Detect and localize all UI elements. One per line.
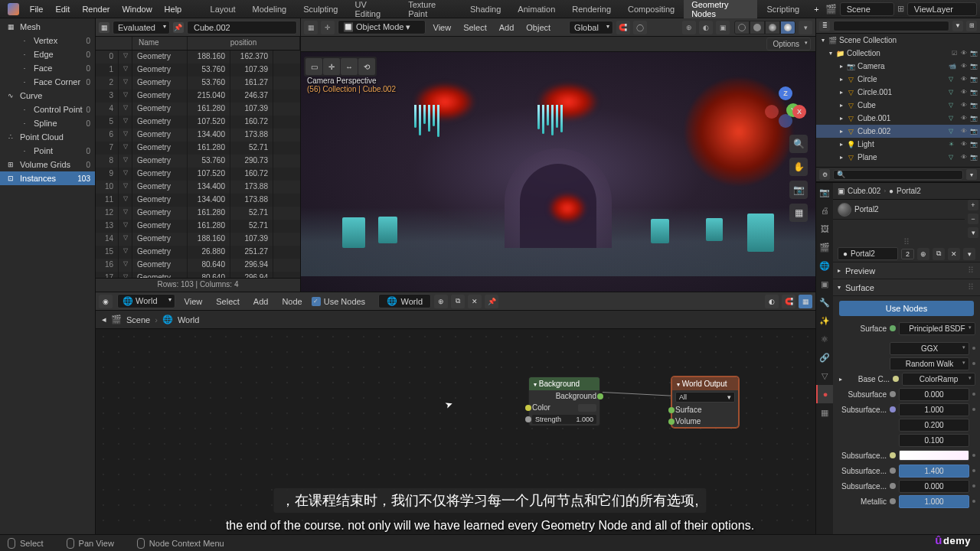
proportional-icon[interactable]: ◯ (633, 21, 647, 34)
tab-layout[interactable]: Layout (203, 2, 243, 16)
bc-obj[interactable]: Cube.002 (848, 187, 880, 195)
editor-type-icon[interactable]: ▦ (304, 21, 318, 34)
mat-slot-add[interactable]: + (968, 200, 978, 210)
outliner-collection[interactable]: ▾📁Collection☑👁📷 (816, 47, 980, 60)
tab-animation[interactable]: Animation (510, 2, 563, 16)
perspective-icon[interactable]: ▦ (789, 204, 808, 222)
material-preview-sphere[interactable] (838, 203, 851, 217)
tab-shading[interactable]: Shading (462, 2, 508, 16)
ne-view[interactable]: View (180, 297, 207, 306)
viewlayer-name[interactable]: ViewLayer (907, 2, 977, 16)
table-row[interactable]: 13▽Geometry161.28052.71 (96, 220, 300, 233)
shade-solid[interactable] (750, 21, 765, 34)
material-datablock[interactable]: ● Portal2 (838, 247, 898, 260)
outliner-item[interactable]: ▸▽Cube.001▽👁📷 (816, 112, 980, 125)
panel-preview[interactable]: ▸Preview⠿ (833, 262, 980, 279)
shade-rendered[interactable] (780, 21, 795, 34)
table-row[interactable]: 16▽Geometry80.640296.94 (96, 259, 300, 272)
bc-scene[interactable]: Scene (126, 315, 150, 324)
menu-file[interactable]: File (24, 5, 50, 14)
table-row[interactable]: 10▽Geometry134.400173.88 (96, 181, 300, 194)
subsurface-value[interactable]: 0.000 (899, 388, 969, 401)
vp-options[interactable]: Options (766, 37, 811, 51)
props-editor-icon[interactable]: ⚙ (819, 169, 830, 180)
tree-item[interactable]: ·Edge0 (0, 47, 95, 61)
vp-add[interactable]: Add (495, 23, 519, 32)
scene-name[interactable]: Scene (840, 2, 894, 16)
tab-geometrynodes[interactable]: Geometry Nodes (684, 0, 757, 21)
transform-orientation[interactable]: Global (569, 21, 613, 34)
tab-material-props[interactable]: ● (816, 385, 833, 403)
ne-overlay-icon[interactable]: ◐ (765, 295, 779, 308)
xray-icon[interactable]: ▣ (716, 21, 730, 34)
outliner-root[interactable]: ▾🎬Scene Collection (816, 34, 980, 47)
tab-constraint-props[interactable]: 🔗 (816, 348, 833, 367)
table-row[interactable]: 0▽Geometry188.160162.370 (96, 51, 300, 64)
cursor-tool-icon[interactable]: ✛ (321, 21, 335, 34)
new-collection-icon[interactable]: ⊞ (966, 21, 977, 31)
sss-ior[interactable]: 1.400 (899, 465, 969, 478)
spreadsheet-editor-icon[interactable]: ▦ (99, 22, 109, 33)
ne-backdrop-icon[interactable]: ▦ (799, 295, 812, 308)
sss-radius-0[interactable]: 1.000 (899, 403, 969, 416)
distribution[interactable]: GGX (890, 342, 969, 355)
outliner-item[interactable]: ▸▽Cube.002▽👁📷 (816, 125, 980, 138)
bc-mat[interactable]: Portal2 (897, 187, 921, 195)
table-row[interactable]: 8▽Geometry53.760290.73 (96, 155, 300, 168)
tab-data-props[interactable]: ▽ (816, 367, 833, 385)
tree-group[interactable]: ∿Curve (0, 89, 95, 103)
outliner-item[interactable]: ▸💡Light☀👁📷 (816, 138, 980, 151)
table-row[interactable]: 11▽Geometry134.400173.88 (96, 194, 300, 207)
tree-group[interactable]: ⊞Volume Grids0 (0, 158, 95, 171)
shade-wire[interactable] (734, 21, 750, 34)
copy-world-icon[interactable]: ⧉ (451, 295, 465, 308)
tab-viewlayer-props[interactable]: 🖼 (816, 220, 833, 238)
node-background[interactable]: ▾ Background Background Color Strength (528, 377, 600, 426)
new-world-icon[interactable]: ⊕ (434, 295, 448, 308)
use-nodes-button[interactable]: Use Nodes (839, 301, 974, 316)
table-row[interactable]: 4▽Geometry161.280107.39 (96, 103, 300, 116)
sss-aniso[interactable]: 0.000 (899, 480, 969, 493)
unlink-world-icon[interactable]: ✕ (468, 295, 482, 308)
mat-unlink-icon[interactable]: ✕ (948, 248, 960, 260)
use-nodes-check[interactable]: ✓Use Nodes (312, 297, 365, 306)
shader-type[interactable]: 🌐 World (117, 294, 175, 308)
outliner-item[interactable]: ▸▽Circle.001▽👁📷 (816, 86, 980, 99)
outliner-item[interactable]: ▸📷Camera📹👁📷 (816, 60, 980, 73)
sss-radius-1[interactable]: 0.200 (899, 419, 969, 432)
table-row[interactable]: 9▽Geometry107.520160.72 (96, 168, 300, 181)
tree-group[interactable]: ∴Point Cloud (0, 130, 95, 144)
table-row[interactable]: 6▽Geometry134.400173.88 (96, 129, 300, 142)
menu-render[interactable]: Render (76, 5, 116, 14)
strength-field[interactable]: Strength 1.000 (532, 415, 596, 424)
shader-editor-icon[interactable]: ◉ (99, 295, 113, 308)
tab-world-props[interactable]: 🌐 (816, 256, 833, 275)
sss-method[interactable]: Random Walk (890, 357, 969, 370)
socket-color[interactable]: Color (532, 403, 550, 412)
sss-radius-2[interactable]: 0.100 (899, 434, 969, 447)
bc-back-icon[interactable]: ◂ (102, 315, 106, 324)
interaction-mode[interactable]: 🔲 Object Mode ▾ (338, 20, 426, 34)
gizmo-toggle-icon[interactable]: ⊕ (682, 21, 696, 34)
snap-icon[interactable]: 🧲 (616, 21, 630, 34)
table-row[interactable]: 17▽Geometry80.640296.94 (96, 272, 300, 278)
pan-icon[interactable]: ✋ (789, 158, 808, 176)
tab-modifier-props[interactable]: 🔧 (816, 293, 833, 311)
camera-toggle-icon[interactable]: 📷 (789, 181, 808, 199)
ne-snap-icon[interactable]: 🧲 (782, 295, 795, 308)
table-row[interactable]: 5▽Geometry107.520160.72 (96, 116, 300, 129)
table-row[interactable]: 3▽Geometry215.040246.37 (96, 90, 300, 103)
bc-world[interactable]: World (178, 315, 200, 324)
output-target[interactable]: All▾ (675, 392, 735, 403)
nav-gizmo[interactable]: Z Y X (765, 86, 806, 128)
outliner-item[interactable]: ▸▽Plane▽👁📷 (816, 151, 980, 164)
outliner-item[interactable]: ▸▽Cube▽👁📷 (816, 99, 980, 112)
tab-output-props[interactable]: 🖨 (816, 201, 833, 220)
tree-item[interactable]: ·Vertex0 (0, 34, 95, 47)
vp-select[interactable]: Select (459, 23, 492, 32)
tree-item[interactable]: ·Point0 (0, 144, 95, 158)
table-row[interactable]: 14▽Geometry188.160107.39 (96, 233, 300, 246)
metallic-value[interactable]: 1.000 (899, 495, 969, 508)
tree-item[interactable]: ·Face Corner0 (0, 75, 95, 89)
mat-slot-remove[interactable]: − (968, 214, 978, 224)
